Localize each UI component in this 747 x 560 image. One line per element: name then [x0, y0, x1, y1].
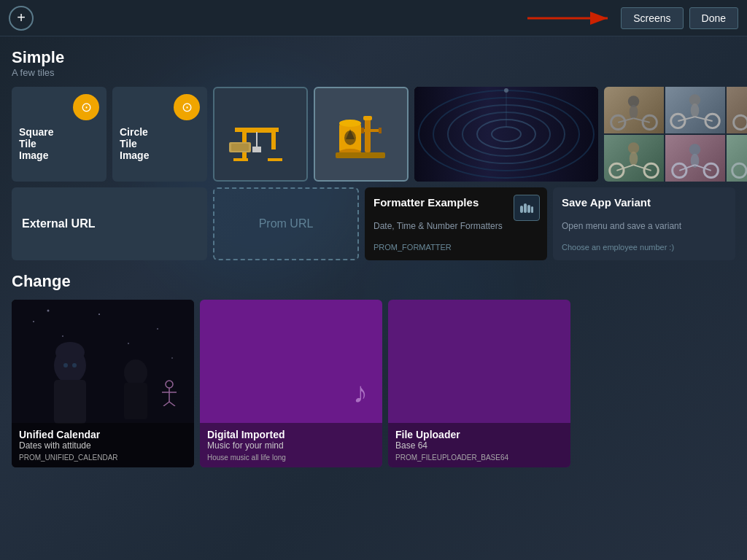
jedi-icon [156, 380, 182, 406]
change-section: Change [12, 272, 735, 467]
svg-point-82 [128, 343, 129, 344]
music-note-icon: ♪ [353, 376, 368, 409]
file-uploader-code: PROM_FILEUPLOADER_BASE64 [395, 454, 563, 462]
photo-cell-6 [727, 135, 747, 182]
tile-external-url[interactable]: External URL [12, 187, 207, 260]
done-button[interactable]: Done [689, 7, 738, 29]
svg-point-34 [643, 115, 657, 129]
svg-point-33 [611, 115, 625, 129]
svg-point-79 [157, 328, 158, 330]
svg-point-56 [704, 163, 718, 177]
digital-imported-subtitle: Music for your mind [207, 440, 375, 451]
photo-cell-1 [604, 87, 664, 133]
svg-rect-21 [361, 128, 364, 133]
simple-subtitle: A few tiles [12, 67, 735, 78]
tile-circle-tile-image[interactable]: ⊙ CircleTileImage [112, 87, 207, 182]
svg-rect-73 [124, 383, 147, 419]
svg-line-87 [169, 402, 175, 406]
svg-point-32 [630, 105, 638, 119]
digital-imported-title: Digital Imported [207, 429, 375, 440]
svg-point-78 [98, 314, 100, 315]
topbar: + Screens Done [0, 0, 747, 36]
change-tiles-row: Unified Calendar Dates with attitude PRO… [12, 300, 735, 467]
svg-point-76 [33, 321, 34, 322]
tile-file-uploader[interactable]: File Uploader Base 64 PROM_FILEUPLOADER_… [388, 300, 570, 467]
crane-icon [228, 101, 293, 167]
save-variant-title: Save App Variant [562, 196, 727, 209]
svg-rect-65 [527, 205, 530, 213]
add-button[interactable]: + [9, 6, 34, 31]
svg-rect-17 [365, 116, 371, 152]
svg-rect-22 [379, 128, 382, 133]
formatter-code: PROM_FORMATTER [374, 243, 538, 252]
main-content: Simple A few tiles ⊙ SquareTileImage ⊙ C… [0, 36, 747, 560]
formatter-desc: Date, Time & Number Formatters [374, 221, 538, 231]
tile-industrial-crane[interactable] [213, 87, 308, 182]
svg-point-30 [504, 88, 508, 93]
svg-point-83 [166, 381, 173, 388]
svg-point-77 [62, 335, 63, 337]
tile-scifi[interactable] [414, 87, 598, 182]
svg-point-13 [339, 120, 361, 127]
photo-cell-2 [665, 87, 725, 133]
screens-button[interactable]: Screens [621, 7, 683, 29]
svg-point-45 [734, 115, 747, 129]
unified-calendar-info: Unified Calendar Dates with attitude PRO… [12, 423, 194, 467]
person-4-icon [604, 135, 664, 182]
digital-imported-footer: House music all life long [207, 454, 375, 462]
circle-tile-icon: ⊙ [174, 94, 200, 120]
person-1-icon [604, 87, 664, 133]
simple-tiles-row-2: External URL Prom URL Formatter Examples… [12, 187, 735, 260]
tile-formatter-examples[interactable]: Formatter Examples Date, Time & Number F… [365, 187, 547, 260]
svg-rect-19 [336, 152, 385, 158]
svg-rect-20 [361, 129, 382, 132]
svg-point-61 [732, 163, 746, 177]
svg-point-74 [63, 363, 68, 368]
svg-point-48 [630, 152, 638, 166]
svg-line-36 [634, 118, 650, 122]
tile-industrial-oil[interactable] [314, 87, 409, 182]
svg-point-80 [171, 357, 173, 359]
svg-rect-70 [54, 380, 86, 424]
square-tile-label: SquareTileImage [19, 126, 53, 161]
person-2-icon [665, 87, 725, 133]
file-uploader-title: File Uploader [395, 429, 563, 440]
simple-section-header: Simple A few tiles [12, 48, 735, 78]
unified-calendar-title: Unified Calendar [19, 429, 187, 440]
person-3-icon [727, 87, 747, 133]
svg-line-41 [678, 117, 694, 121]
svg-point-28 [492, 127, 521, 141]
tile-unified-calendar[interactable]: Unified Calendar Dates with attitude PRO… [12, 300, 194, 467]
svg-rect-63 [520, 206, 523, 213]
svg-rect-18 [363, 116, 372, 120]
save-variant-desc: Open menu and save a variant [562, 221, 727, 231]
svg-line-51 [616, 165, 633, 171]
change-title: Change [12, 272, 735, 291]
tile-save-app-variant[interactable]: Save App Variant Open menu and save a va… [553, 187, 735, 260]
svg-line-58 [695, 165, 711, 171]
file-uploader-info: File Uploader Base 64 PROM_FILEUPLOADER_… [388, 423, 570, 467]
svg-rect-5 [233, 158, 248, 161]
svg-point-81 [47, 310, 50, 312]
scifi-svg [414, 87, 598, 182]
svg-line-86 [163, 402, 169, 406]
scifi-background [414, 87, 598, 182]
person-6-icon [727, 135, 747, 182]
svg-rect-64 [524, 203, 527, 213]
simple-title: Simple [12, 48, 735, 67]
photo-cell-4 [604, 135, 664, 182]
tile-prom-url[interactable]: Prom URL [213, 187, 359, 260]
formatter-icon [514, 195, 540, 221]
tile-square-tile-image[interactable]: ⊙ SquareTileImage [12, 87, 107, 182]
jedi-icon-container [156, 380, 182, 409]
svg-rect-9 [252, 147, 261, 152]
svg-point-53 [689, 144, 700, 155]
topbar-right: Screens Done [527, 7, 738, 29]
unified-calendar-subtitle: Dates with attitude [19, 440, 187, 451]
svg-point-75 [72, 363, 77, 368]
save-variant-note: Choose an employee number :) [562, 243, 727, 252]
svg-line-42 [695, 117, 713, 121]
svg-rect-6 [268, 158, 282, 161]
tile-photos[interactable] [604, 87, 747, 182]
tile-digital-imported[interactable]: ♪ Digital Imported Music for your mind H… [200, 300, 382, 467]
